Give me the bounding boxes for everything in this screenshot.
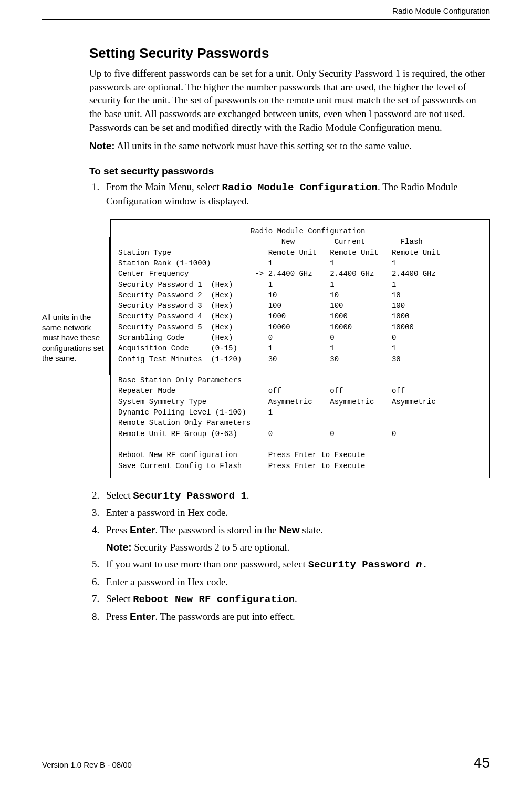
step-4: Press Enter. The password is stored in t… <box>102 523 490 554</box>
step8-text-c: . The passwords are put into effect. <box>155 611 295 622</box>
step4-text-c: . The password is stored in the <box>155 524 279 535</box>
step7-text-a: Select <box>106 593 133 604</box>
step4-note: Note: Security Passwords 2 to 5 are opti… <box>106 541 490 555</box>
step5-text-a: If you want to use more than one passwor… <box>106 558 308 569</box>
step8-text-a: Press <box>106 611 130 622</box>
page-number: 45 <box>474 754 490 771</box>
step4-note-text: Security Passwords 2 to 5 are optional. <box>132 542 290 553</box>
step5-period: . <box>422 559 427 571</box>
step-5: If you want to use more than one passwor… <box>102 557 490 572</box>
intro-paragraph: Up to five different passwords can be se… <box>89 67 490 134</box>
step7-text-c: . <box>295 593 297 604</box>
note-text: All units in the same network must have … <box>115 140 412 151</box>
note-paragraph: Note: All units in the same network must… <box>89 139 490 153</box>
running-header: Radio Module Configuration <box>392 6 490 15</box>
step1-text-a: From the Main Menu, select <box>106 181 222 192</box>
step2-text-c: . <box>247 490 249 501</box>
step1-menu-item: Radio Module Configuration <box>222 182 378 193</box>
step7-menu-item: Reboot New RF configuration <box>133 594 295 605</box>
step4-new-label: New <box>279 524 300 535</box>
step4-note-label: Note: <box>106 542 132 553</box>
section-heading: Setting Security Passwords <box>89 45 490 61</box>
step-6: Enter a password in Hex code. <box>102 575 490 589</box>
footer-version: Version 1.0 Rev B - 08/00 <box>42 760 132 769</box>
step5-menu-item: Security Password <box>308 559 416 571</box>
step-2: Select Security Password 1. <box>102 489 490 503</box>
note-label: Note: <box>89 140 115 151</box>
header-rule <box>42 19 490 20</box>
step4-key-enter: Enter <box>130 524 155 535</box>
step4-text-e: state. <box>300 524 323 535</box>
step2-text-a: Select <box>106 490 133 501</box>
callout-line-horizontal <box>42 310 109 310</box>
step4-text-a: Press <box>106 524 130 535</box>
callout-line-vertical <box>109 237 110 375</box>
margin-note: All units in the same network must have … <box>42 312 105 364</box>
step5-var-n: n <box>416 559 422 571</box>
step-1: From the Main Menu, select Radio Module … <box>102 180 490 209</box>
step-8: Press Enter. The passwords are put into … <box>102 610 490 624</box>
step2-menu-item: Security Password 1 <box>133 490 247 502</box>
step8-key-enter: Enter <box>130 611 155 622</box>
procedure-heading: To set security passwords <box>89 165 490 177</box>
page-footer: Version 1.0 Rev B - 08/00 45 <box>42 754 490 771</box>
step-3: Enter a password in Hex code. <box>102 506 490 520</box>
step-7: Select Reboot New RF configuration. <box>102 592 490 607</box>
terminal-screenshot: Radio Module Configuration New Current F… <box>110 219 490 478</box>
